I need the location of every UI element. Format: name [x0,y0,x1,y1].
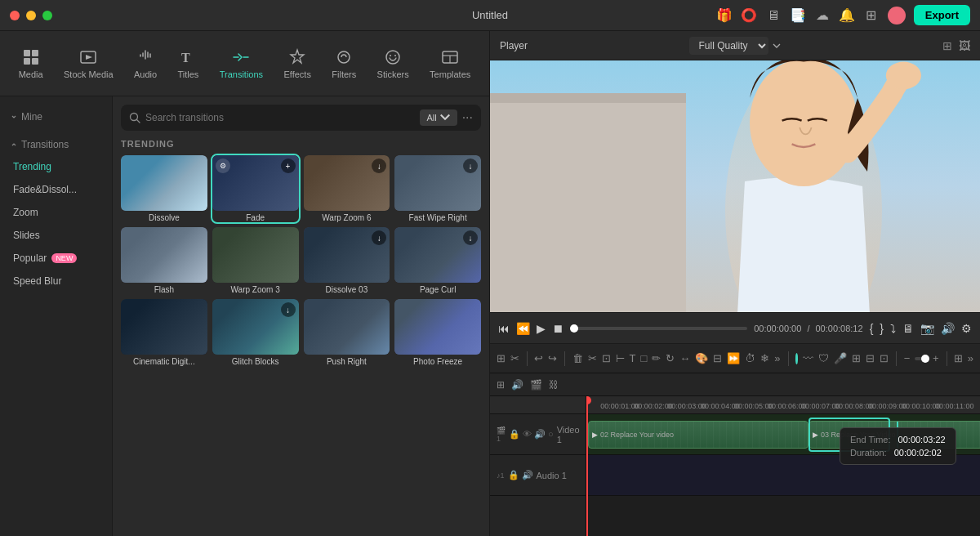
timeline-chain-icon[interactable]: ⛓ [549,379,559,391]
toolbar-audio[interactable]: Audio [126,43,165,84]
toolbar-stickers[interactable]: Stickers [369,43,417,84]
timeline-video-icon[interactable]: 🎬 [530,379,542,391]
gift-icon[interactable]: 🎁 [716,7,733,24]
cloud-icon[interactable]: ☁ [814,7,831,24]
timeline-add-track-icon[interactable]: ⊞ [497,379,505,391]
delete-icon[interactable]: 🗑 [572,349,583,368]
track-a1-vol-icon[interactable]: 🔊 [522,470,533,480]
zoom-in-icon[interactable]: + [933,349,939,368]
insert-button[interactable]: ⤵ [890,322,896,335]
screen-button[interactable]: 🖥 [902,322,914,335]
transition-photofreeze[interactable]: Photo Freeze [394,299,481,366]
fade-add-icon[interactable]: + [281,159,296,173]
mic-icon[interactable]: 🎤 [834,349,847,368]
undo-icon[interactable]: ↩ [534,349,543,368]
text-icon[interactable]: T [630,349,636,368]
transition-pushright[interactable]: Push Right [304,299,390,366]
track-v1-lock-icon[interactable]: 🔒 [509,429,520,440]
maximize-button[interactable] [42,11,52,20]
crop-icon[interactable]: ⊡ [602,349,611,368]
expand-icon[interactable]: » [968,349,973,368]
filter-all-button[interactable]: All [420,109,457,126]
frame-back-button[interactable]: ⏪ [516,322,530,335]
timer-icon[interactable]: ⏱ [745,349,755,368]
toolbar-filters[interactable]: Filters [323,43,364,84]
skip-back-button[interactable]: ⏮ [498,322,510,335]
snapshot-button[interactable]: 📷 [920,322,934,335]
track-v1-vol-icon[interactable]: 🔊 [534,429,546,440]
transition-warpzoom3[interactable]: Warp Zoom 3 [212,227,299,294]
sticker-icon[interactable]: ⊡ [880,349,889,368]
sidebar-item-speedblur[interactable]: Speed Blur [0,270,112,293]
toolbar-templates[interactable]: Templates [421,43,479,84]
glitch-download-icon[interactable]: ↓ [281,302,296,317]
track-v1-vis-icon[interactable]: ○ [548,429,554,440]
cut-icon[interactable]: ✂ [588,349,597,368]
transition-dissolve[interactable]: Dissolve [121,155,207,222]
mark-in-button[interactable]: { [870,322,874,335]
freeze-icon[interactable]: ❄ [760,349,769,368]
export-button[interactable]: Export [914,5,970,25]
transition-fade[interactable]: ⚙ + Fade [212,155,299,222]
sidebar-mine-header[interactable]: Mine [0,106,112,127]
mark-out-button[interactable]: } [880,322,884,335]
rect-icon[interactable]: □ [640,349,647,368]
volume-button[interactable]: 🔊 [941,322,955,335]
timeline-audio-icon[interactable]: 🔊 [511,379,523,391]
transition-cinematic[interactable]: Cinematic Digit... [121,299,207,366]
transition-dissolve03[interactable]: ↓ Dissolve 03 [304,227,390,294]
grid-icon[interactable]: ⊞ [863,7,880,24]
fastwipe-download-icon[interactable]: ↓ [463,159,478,173]
grid-layout-icon[interactable]: ⊞ [954,349,963,368]
redo-icon[interactable]: ↪ [548,349,557,368]
magnet-icon[interactable]: ✂ [510,349,519,368]
zoom-slider[interactable] [915,357,928,360]
split-icon[interactable]: ⊢ [616,349,625,368]
sidebar-item-slides[interactable]: Slides [0,224,112,247]
more-icon[interactable]: » [774,349,780,368]
settings-ctrl-button[interactable]: ⚙ [961,322,972,335]
toolbar-media[interactable]: Media [11,43,51,84]
track-a1-lock-icon[interactable]: 🔒 [508,470,519,480]
transition-pagecurl[interactable]: ↓ Page Curl [394,227,481,294]
stop-button[interactable]: ⏹ [552,322,564,335]
search-input[interactable] [145,112,415,123]
toolbar-transitions[interactable]: Transitions [212,43,271,84]
more-options-icon[interactable]: ··· [462,110,473,125]
layer-icon[interactable]: ⊟ [866,349,875,368]
track-v1-eye-icon[interactable]: 👁 [523,429,532,440]
bookmark-icon[interactable]: 📑 [790,7,806,24]
fade-settings-icon[interactable]: ⚙ [216,159,230,173]
sidebar-item-fade[interactable]: Fade&Dissol... [0,178,112,201]
draw-icon[interactable]: ✏ [652,349,661,368]
sidebar-transitions-header[interactable]: Transitions [0,134,112,155]
bell-icon[interactable]: 🔔 [839,7,855,24]
transition-warpzoom6[interactable]: ↓ Warp Zoom 6 [304,155,390,222]
pagecurl-download-icon[interactable]: ↓ [463,230,478,245]
video-clip-1[interactable]: ▶ 02 Replace Your video [588,421,808,449]
detach-icon[interactable]: ⊞ [852,349,861,368]
minimize-button[interactable] [26,11,36,20]
transition-glitch[interactable]: ↓ Glitch Blocks [212,299,299,366]
toolbar-effects[interactable]: Effects [275,43,318,84]
quality-select[interactable]: Full Quality [689,37,768,55]
play-button[interactable]: ▶ [537,322,546,335]
wave-icon[interactable]: 〰 [803,349,813,368]
grid-view-icon[interactable]: ⊞ [942,39,952,52]
speed-icon[interactable]: ⏩ [727,349,740,368]
color-icon[interactable]: 🎨 [695,349,708,368]
circle-icon[interactable]: ⭕ [741,7,757,24]
user-avatar[interactable] [888,7,906,25]
image-icon[interactable]: 🖼 [959,39,970,52]
close-button[interactable] [10,11,20,20]
transition-flash[interactable]: Flash [121,227,207,294]
progress-bar[interactable] [570,327,747,330]
reverse-icon[interactable]: ↔ [679,349,690,368]
shield-icon[interactable]: 🛡 [818,349,829,368]
toolbar-stock[interactable]: Stock Media [56,43,122,84]
sidebar-item-zoom[interactable]: Zoom [0,201,112,224]
transition-fastwipe[interactable]: ↓ Fast Wipe Right [394,155,481,222]
sidebar-item-popular[interactable]: Popular NEW [0,247,112,270]
rotate-icon[interactable]: ↻ [666,349,675,368]
zoom-out-icon[interactable]: − [904,349,911,368]
